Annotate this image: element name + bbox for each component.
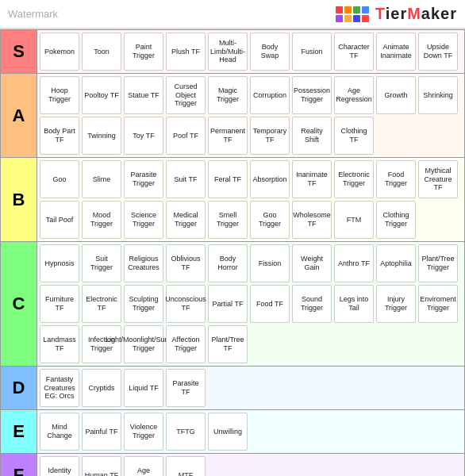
tier-items-e: Mind ChangePainful TFViolence TriggerTFT… bbox=[37, 410, 465, 454]
tier-item: Goo Trigger bbox=[250, 201, 290, 239]
tier-item: Partial TF bbox=[208, 285, 248, 323]
tier-item: Paint Trigger bbox=[124, 33, 163, 71]
tier-item: Slime bbox=[82, 160, 121, 198]
tier-item: Tail Poof bbox=[40, 201, 79, 239]
tier-items-c: HypnosisSuit TriggerReligious CreaturesO… bbox=[37, 242, 465, 367]
tier-item: Wholesome TF bbox=[292, 201, 332, 239]
tier-item: Feral TF bbox=[208, 160, 248, 198]
tier-item: Legs into Tail bbox=[334, 285, 374, 323]
tier-row-e: EMind ChangePainful TFViolence TriggerTF… bbox=[1, 410, 465, 454]
tier-item: Science Trigger bbox=[124, 201, 163, 239]
tier-item: Body Swap bbox=[250, 33, 290, 71]
tier-item: Unconscious TF bbox=[166, 285, 206, 323]
tier-row-c: CHypnosisSuit TriggerReligious Creatures… bbox=[1, 242, 465, 367]
tier-item: Sculpting Trigger bbox=[124, 285, 163, 323]
tier-item: Cryptids bbox=[82, 369, 121, 407]
header: Watermark TierMaker bbox=[0, 0, 465, 29]
tier-row-a: AHoop TriggerPooltoy TFStatue TFCursed O… bbox=[1, 74, 465, 158]
tier-item: Goo bbox=[40, 160, 79, 198]
tier-item: Painful TF bbox=[82, 413, 121, 451]
tier-item: Fantasty Creatures EG: Orcs bbox=[40, 369, 79, 407]
tier-item: Plush TF bbox=[166, 33, 206, 71]
tier-item: Plant/Tree Trigger bbox=[418, 244, 458, 282]
tier-item: Mood Trigger bbox=[82, 201, 121, 239]
tier-item: Smell Trigger bbox=[208, 201, 248, 239]
tier-item: Identity Death bbox=[40, 456, 79, 476]
tier-item: Poof TF bbox=[166, 117, 206, 155]
watermark: Watermark bbox=[8, 8, 58, 20]
tier-label-c: C bbox=[1, 242, 37, 367]
tier-row-d: DFantasty Creatures EG: OrcsCryptidsLiqu… bbox=[1, 367, 465, 410]
tier-items-s: PokemonToonPaint TriggerPlush TFMulti-Li… bbox=[37, 30, 465, 74]
tier-item: Age Progression bbox=[124, 456, 163, 476]
tier-item: Absorption bbox=[250, 160, 290, 198]
tier-item: Body Part TF bbox=[40, 117, 79, 155]
tier-item: Light/Moonlight/Sunlight Trigger bbox=[124, 325, 163, 363]
tier-item: Anthro TF bbox=[334, 244, 374, 282]
tier-item: Religious Creatures bbox=[124, 244, 163, 282]
tier-item: Pokemon bbox=[40, 33, 79, 71]
tier-row-f: FIdentity DeathHuman TFAge ProgressionMT… bbox=[1, 454, 465, 477]
tier-item: Furniture TF bbox=[40, 285, 79, 323]
tier-item: Food TF bbox=[250, 285, 290, 323]
tier-item: TFTG bbox=[166, 413, 206, 451]
tier-item: Toon bbox=[82, 33, 121, 71]
tier-item: Affection Trigger bbox=[166, 325, 206, 363]
tier-item: Electronic TF bbox=[82, 285, 121, 323]
tier-item: Fission bbox=[250, 244, 290, 282]
tier-item: Food Trigger bbox=[376, 160, 416, 198]
tier-item: Twinning bbox=[82, 117, 121, 155]
tier-item: Inanimate TF bbox=[292, 160, 332, 198]
tier-item: Animate Inanimate bbox=[376, 33, 416, 71]
tier-item: Hoop Trigger bbox=[40, 76, 79, 114]
tier-item: Aptophilia bbox=[376, 244, 416, 282]
tier-item: Corruption bbox=[250, 76, 290, 114]
tier-item: Parasite TF bbox=[166, 369, 206, 407]
tier-item: Enviroment Trigger bbox=[418, 285, 458, 323]
tier-item: Liquid TF bbox=[124, 369, 163, 407]
tier-row-s: SPokemonToonPaint TriggerPlush TFMulti-L… bbox=[1, 30, 465, 74]
tier-label-d: D bbox=[1, 367, 37, 410]
tier-item: Violence Trigger bbox=[124, 413, 163, 451]
tier-item: Unwilling bbox=[208, 413, 248, 451]
tier-items-b: GooSlimeParasite TriggerSuit TFFeral TFA… bbox=[37, 158, 465, 242]
tier-item: Mind Change bbox=[40, 413, 79, 451]
tier-item: Body Horror bbox=[208, 244, 248, 282]
tier-item: Clothing TF bbox=[334, 117, 374, 155]
logo-title: TierMaker bbox=[375, 5, 457, 23]
tier-item: Upside Down TF bbox=[418, 33, 458, 71]
tier-item: Toy TF bbox=[124, 117, 163, 155]
tier-item: Human TF bbox=[82, 456, 121, 476]
tier-item: Fusion bbox=[292, 33, 332, 71]
tier-item: FTM bbox=[334, 201, 374, 239]
tier-item: Mythical Creature TF bbox=[418, 160, 458, 198]
tier-item: Age Regression bbox=[334, 76, 374, 114]
tier-item: Parasite Trigger bbox=[124, 160, 163, 198]
tier-item: Sound Trigger bbox=[292, 285, 332, 323]
tier-items-a: Hoop TriggerPooltoy TFStatue TFCursed Ob… bbox=[37, 74, 465, 158]
tier-item: Pooltoy TF bbox=[82, 76, 121, 114]
tier-item: Landmass TF bbox=[40, 325, 79, 363]
tier-item: Hypnosis bbox=[40, 244, 79, 282]
tier-table: SPokemonToonPaint TriggerPlush TFMulti-L… bbox=[0, 29, 465, 476]
tier-item: Magic Trigger bbox=[208, 76, 248, 114]
tier-item: Injury Trigger bbox=[376, 285, 416, 323]
tiermaker-logo: TierMaker bbox=[336, 5, 457, 23]
tier-item: Clothing Trigger bbox=[376, 201, 416, 239]
tier-item: Statue TF bbox=[124, 76, 163, 114]
tier-label-f: F bbox=[1, 454, 37, 477]
tier-label-s: S bbox=[1, 30, 37, 74]
tier-item: Character TF bbox=[334, 33, 374, 71]
tier-label-a: A bbox=[1, 74, 37, 158]
tier-items-f: Identity DeathHuman TFAge ProgressionMTF bbox=[37, 454, 465, 477]
tier-item: Growth bbox=[376, 76, 416, 114]
logo-grid-icon bbox=[336, 6, 369, 22]
tier-item: Oblivious TF bbox=[166, 244, 206, 282]
tier-item: Suit TF bbox=[166, 160, 206, 198]
tier-item: Multi-Limb/Multi-Head bbox=[208, 33, 248, 71]
tier-item: Suit Trigger bbox=[82, 244, 121, 282]
tier-item: Weight Gain bbox=[292, 244, 332, 282]
tier-item: Reality Shift bbox=[292, 117, 332, 155]
tier-item: Plant/Tree TF bbox=[208, 325, 248, 363]
tier-item: Medical Trigger bbox=[166, 201, 206, 239]
